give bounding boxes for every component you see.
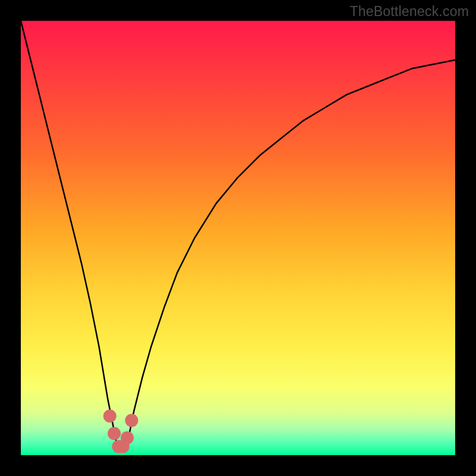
chart-frame: TheBottleneck.com: [0, 0, 476, 476]
optimum-marker: [121, 431, 134, 444]
optimum-marker: [125, 414, 138, 427]
watermark-text: TheBottleneck.com: [350, 4, 469, 20]
plot-area: [21, 21, 455, 455]
optimum-markers: [104, 409, 139, 453]
optimum-marker: [104, 409, 117, 422]
bottleneck-curve: [21, 21, 455, 455]
optimum-marker: [108, 427, 121, 440]
